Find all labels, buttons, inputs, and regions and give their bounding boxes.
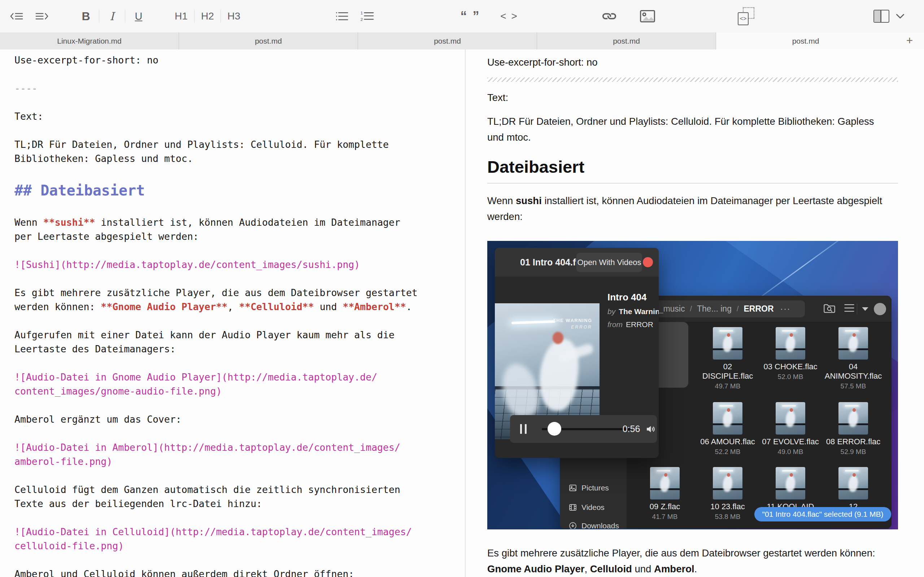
preview-heading: Dateibasiert [487, 157, 898, 184]
text-segment: **Celluloid** [239, 301, 313, 312]
text-segment: . [695, 563, 697, 574]
file-thumbnail [713, 327, 743, 359]
file-name: 07 EVOLVE.flac [762, 437, 819, 446]
editor-line [15, 166, 465, 180]
file-name: 04 ANIMOSITY.flac [824, 362, 882, 381]
tab-post-4-active[interactable]: post.md [716, 32, 895, 49]
editor-line: Texte aus der beiliegenden lrc-Datei hin… [15, 496, 465, 511]
editor-line [15, 553, 465, 567]
blockquote-button[interactable]: “ ” [458, 0, 483, 32]
text-segment: content_images/gnome-audio-file.png) [15, 385, 221, 397]
file-size: 52.9 MB [824, 448, 882, 456]
editor-line: ## Dateibasiert [15, 180, 465, 201]
outdent-button[interactable] [6, 0, 27, 32]
indent-button[interactable] [32, 0, 52, 32]
downloads-icon [569, 521, 577, 529]
header-separator [857, 304, 857, 314]
breadcrumb-separator: / [690, 305, 692, 313]
code-block-button[interactable]: <> [735, 0, 757, 32]
editor-line [15, 469, 465, 482]
ordered-list-button[interactable]: 12 [357, 0, 377, 32]
tab-post-3[interactable]: post.md [537, 32, 716, 49]
plus-icon: + [906, 34, 913, 47]
preview-paragraph: Use-excerpt-for-short: no [487, 55, 924, 70]
editor-line: ![Audio-Datei in Gnome Audio Player](htt… [15, 370, 465, 384]
editor-line: amberol-file.png) [15, 455, 465, 469]
text-segment: Gnome Audio Player [487, 563, 584, 574]
heading3-button[interactable]: H3 [225, 0, 243, 32]
editor-pane[interactable]: Use-excerpt-for-short: no----Text:TL;DR … [0, 49, 465, 577]
file-size: 49.7 MB [699, 382, 756, 390]
file-name: 03 CHOKE.flac [762, 362, 819, 371]
tab-linux-migration[interactable]: Linux-Migration.md [0, 32, 179, 49]
text-segment: TL;DR Für Dateien, Ordner und Playlists:… [487, 116, 874, 127]
editor-lines: Use-excerpt-for-short: no----Text:TL;DR … [15, 53, 465, 577]
toolbar: B I U H1 H2 H3 12 “ ” < > <> [0, 0, 924, 32]
bullet-list-button[interactable] [332, 0, 352, 32]
file-name: 09 Z.flac [636, 502, 694, 511]
editor-line: Amberol ergänzt um das Cover: [15, 412, 465, 426]
text-segment: Text: [15, 111, 43, 122]
file-thumbnail [838, 402, 868, 435]
art-artist-text: THE WARNING [553, 318, 592, 323]
text-segment: installiert ist, können Audiodateien im … [542, 195, 882, 206]
toolbar-separator [221, 10, 221, 23]
new-tab-button[interactable]: + [895, 32, 924, 49]
split-view-button[interactable] [872, 0, 891, 32]
split-view-icon [874, 10, 889, 23]
editor-line [15, 511, 465, 525]
h1-icon: H1 [175, 10, 188, 22]
editor-line [15, 243, 465, 258]
horizontal-rule [487, 77, 898, 82]
italic-button[interactable]: I [103, 0, 121, 32]
file-name: 02 DISCIPLE.flac [699, 362, 756, 381]
selection-status-badge: "01 Intro 404.flac" selected (9.1 MB) [754, 507, 891, 521]
editor-line: ![Audio-Datei in Celluloid](http://media… [15, 525, 465, 539]
text-segment: **Amberol** [342, 301, 406, 312]
tab-label: post.md [434, 37, 461, 45]
inline-code-button[interactable]: < > [498, 0, 521, 32]
text-segment: installiert ist, können Audiodateien im … [95, 217, 400, 228]
text-segment: sushi [516, 195, 542, 206]
editor-line [15, 201, 465, 215]
preview-pane: Use-excerpt-for-short: no Text: TL;DR Fü… [465, 49, 924, 577]
view-menu-button[interactable] [893, 0, 908, 32]
embedded-screenshot[interactable]: C_music / The... ing / ERROR ··· [487, 241, 898, 529]
from-label: from [607, 320, 623, 329]
image-button[interactable] [637, 0, 658, 32]
editor-line: Wenn **sushi** installiert ist, können A… [15, 215, 465, 229]
heading2-button[interactable]: H2 [198, 0, 217, 32]
preview-paragraph: Text: [487, 90, 924, 106]
text-segment: Es gibt mehrere zusätzliche Player, die … [487, 548, 875, 559]
text-segment: ![Audio-Datei in Amberol](http://media.t… [15, 442, 400, 453]
text-segment: per Leertaste abgespielt werden: [15, 231, 199, 242]
tab-post-2[interactable]: post.md [358, 32, 537, 49]
content-area: Use-excerpt-for-short: no----Text:TL;DR … [0, 49, 924, 577]
tab-post-1[interactable]: post.md [179, 32, 358, 49]
preview-paragraph: Es gibt mehrere zusätzliche Player, die … [487, 545, 924, 577]
text-segment: Es gibt mehrere zusätzliche Player, die … [15, 287, 418, 298]
svg-text:2: 2 [360, 17, 363, 22]
ordered-list-icon: 12 [360, 11, 374, 22]
outdent-icon [10, 11, 24, 22]
underline-button[interactable]: U [130, 0, 147, 32]
editor-line: ---- [15, 81, 465, 95]
text-segment: Wenn [487, 195, 516, 206]
text-segment: werden können: [15, 301, 101, 312]
text-segment: amberol-file.png) [15, 456, 112, 467]
bold-button[interactable]: B [77, 0, 95, 32]
file-thumbnail [775, 402, 805, 435]
file-item: 03 CHOKE.flac52.0 MB [762, 327, 819, 381]
h3-icon: H3 [228, 10, 241, 22]
link-button[interactable] [599, 0, 619, 32]
list-view-icon [843, 303, 855, 315]
text-segment: Aufgerufen mit einer Datei kann der Audi… [15, 329, 394, 340]
text-segment: und [314, 301, 343, 312]
heading1-button[interactable]: H1 [172, 0, 191, 32]
code-block-icon: <> [737, 7, 755, 25]
artist-name: The Warning [619, 307, 659, 316]
toolbar-separator [99, 10, 99, 23]
view-options-chevron-icon [861, 306, 869, 313]
file-name: 06 AMOUR.flac [699, 437, 756, 446]
file-thumbnail [775, 327, 805, 359]
